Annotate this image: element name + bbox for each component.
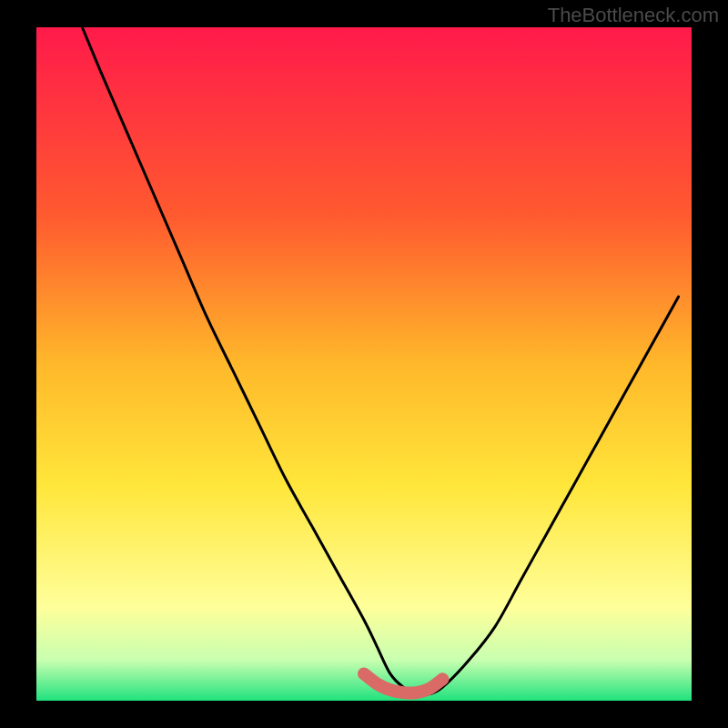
chart-frame: TheBottleneck.com — [0, 0, 728, 728]
watermark-text: TheBottleneck.com — [548, 4, 719, 27]
plot-background — [36, 27, 692, 701]
bottleneck-chart-svg — [0, 0, 728, 728]
